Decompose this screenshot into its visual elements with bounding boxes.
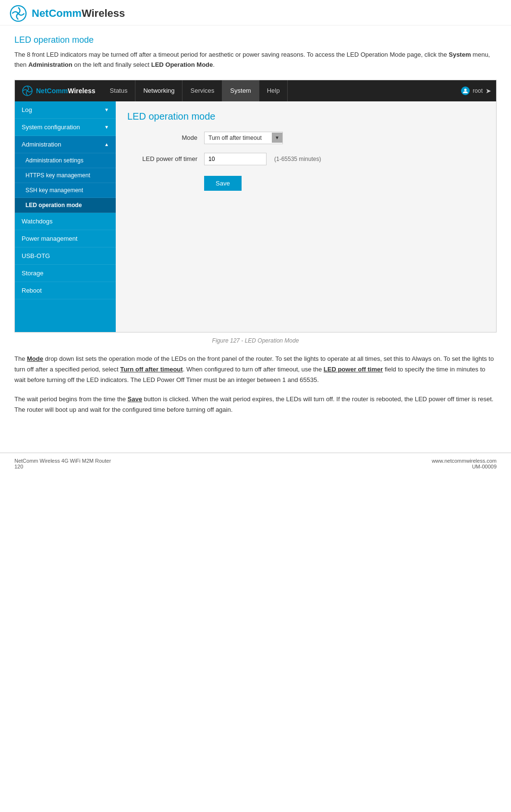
logo-brand: NetComm [32, 7, 82, 19]
sidebar-log-label: Log [22, 106, 32, 113]
logout-icon[interactable]: ➤ [486, 87, 491, 95]
nav-username: root [473, 87, 483, 94]
sidebar-reboot-label: Reboot [22, 287, 42, 294]
sidebar-item-power-mgmt[interactable]: Power management [15, 230, 116, 247]
mode-control: Turn off after timeout ▼ [204, 132, 283, 144]
content-title: LED operation mode [127, 111, 485, 122]
nav-logo-icon [22, 85, 33, 97]
body-paragraph-1: The Mode drop down list sets the operati… [14, 354, 497, 385]
body-text-3: . When configured to turn off after time… [183, 366, 324, 373]
logo-area: NetCommWireless [10, 5, 501, 22]
nav-help[interactable]: Help [259, 80, 288, 101]
sidebar-led-op-label: LED operation mode [25, 202, 82, 209]
content-area: LED operation mode Mode Turn off after t… [116, 101, 496, 332]
sidebar: Log ▼ System configuration ▼ Administrat… [15, 101, 116, 332]
nav-logo: NetCommWireless [15, 85, 102, 97]
screenshot-main: Log ▼ System configuration ▼ Administrat… [15, 101, 496, 332]
nav-services[interactable]: Services [182, 80, 222, 101]
body-text-5: The wait period begins from the time the [14, 395, 128, 403]
led-timer-control: (1-65535 minutes) [204, 153, 321, 165]
chevron-down-icon: ▼ [104, 107, 109, 112]
body-ledtimer-bold: LED power off timer [324, 366, 383, 373]
led-timer-input[interactable] [204, 153, 267, 165]
sidebar-system-config-label: System configuration [22, 123, 80, 131]
sidebar-item-log[interactable]: Log ▼ [15, 101, 116, 119]
mode-form-row: Mode Turn off after timeout ▼ [127, 132, 485, 144]
footer-page-number: 120 [14, 464, 111, 469]
sidebar-watchdogs-label: Watchdogs [22, 218, 53, 225]
nav-networking[interactable]: Networking [135, 80, 182, 101]
intro-text-1: The 8 front LED indicators may be turned… [14, 51, 449, 58]
sidebar-ssh-key-label: SSH key management [25, 187, 83, 194]
nav-bar: NetCommWireless Status Networking Servic… [15, 80, 496, 101]
sidebar-item-reboot[interactable]: Reboot [15, 282, 116, 299]
logo-suffix: Wireless [82, 7, 125, 19]
sidebar-item-administration[interactable]: Administration ▲ [15, 136, 116, 153]
sidebar-item-watchdogs[interactable]: Watchdogs [15, 213, 116, 230]
mode-dropdown-button[interactable]: ▼ [272, 133, 282, 143]
figure-caption: Figure 127 - LED Operation Mode [14, 337, 497, 344]
intro-text-4: . [213, 61, 215, 68]
led-timer-label: LED power off timer [127, 155, 204, 162]
body-turnoff-bold: Turn off after timeout [120, 366, 182, 373]
footer-right: www.netcommwireless.com UM-00009 [432, 458, 497, 469]
sidebar-item-system-config[interactable]: System configuration ▼ [15, 119, 116, 136]
nav-status[interactable]: Status [102, 80, 136, 101]
sidebar-usb-otg-label: USB-OTG [22, 252, 50, 259]
footer-device-name: NetComm Wireless 4G WiFi M2M Router [14, 458, 111, 464]
intro-led-bold: LED Operation Mode [151, 61, 213, 68]
save-button[interactable]: Save [204, 176, 242, 191]
mode-select-wrapper[interactable]: Turn off after timeout ▼ [204, 132, 283, 144]
footer-doc-number: UM-00009 [432, 464, 497, 469]
led-timer-form-row: LED power off timer (1-65535 minutes) [127, 153, 485, 165]
intro-text-3: on the left and finally select [73, 61, 151, 68]
section-title: LED operation mode [14, 35, 497, 45]
nav-links: Status Networking Services System Help [102, 80, 288, 101]
sidebar-item-storage[interactable]: Storage [15, 265, 116, 282]
sidebar-subitem-https-key[interactable]: HTTPS key management [15, 168, 116, 183]
logo-text: NetCommWireless [32, 7, 125, 20]
intro-system-bold: System [449, 51, 471, 58]
body-mode-bold: Mode [27, 355, 43, 362]
sidebar-subitem-ssh-key[interactable]: SSH key management [15, 183, 116, 198]
chevron-down-icon: ▼ [104, 124, 109, 130]
page-header: NetCommWireless [0, 0, 511, 25]
save-form-row: Save [127, 174, 485, 191]
sidebar-item-usb-otg[interactable]: USB-OTG [15, 247, 116, 265]
svg-point-2 [464, 88, 467, 91]
intro-admin-bold: Administration [28, 61, 73, 68]
sidebar-storage-label: Storage [22, 270, 44, 277]
sidebar-admin-settings-label: Administration settings [25, 157, 84, 164]
save-control: Save [204, 174, 242, 191]
led-timer-hint: (1-65535 minutes) [274, 156, 321, 162]
sidebar-subitem-led-op[interactable]: LED operation mode [15, 198, 116, 213]
mode-select-text: Turn off after timeout [205, 132, 272, 144]
page-footer: NetComm Wireless 4G WiFi M2M Router 120 … [0, 453, 511, 474]
footer-left: NetComm Wireless 4G WiFi M2M Router 120 [14, 458, 111, 469]
screenshot-frame: NetCommWireless Status Networking Servic… [14, 80, 497, 332]
body-paragraph-2: The wait period begins from the time the… [14, 394, 497, 415]
sidebar-subitem-admin-settings[interactable]: Administration settings [15, 153, 116, 168]
nav-logo-text: NetCommWireless [36, 87, 96, 95]
body-text-1: The [14, 355, 27, 362]
user-icon [461, 86, 470, 95]
mode-label: Mode [127, 134, 204, 141]
nav-right: root ➤ [461, 86, 496, 95]
sidebar-power-mgmt-label: Power management [22, 235, 77, 242]
page-body: LED operation mode The 8 front LED indic… [0, 25, 511, 433]
sidebar-https-key-label: HTTPS key management [25, 172, 90, 179]
intro-paragraph: The 8 front LED indicators may be turned… [14, 50, 497, 70]
nav-system[interactable]: System [222, 80, 259, 101]
body-save-bold: Save [128, 395, 142, 403]
footer-website: www.netcommwireless.com [432, 458, 497, 464]
sidebar-administration-label: Administration [22, 141, 61, 148]
netcomm-logo-icon [10, 5, 27, 22]
chevron-up-icon: ▲ [104, 142, 109, 147]
